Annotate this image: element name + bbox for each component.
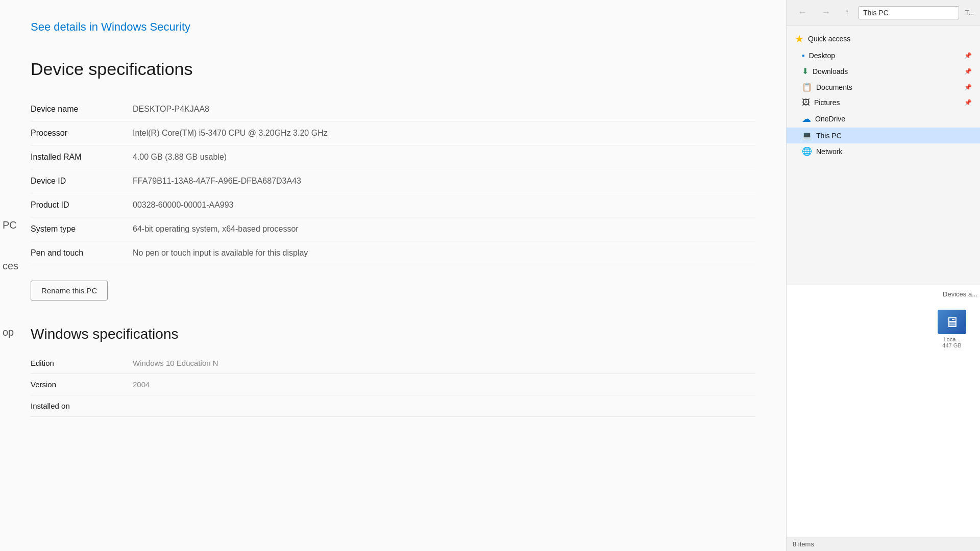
table-row: Processor Intel(R) Core(TM) i5-3470 CPU … xyxy=(31,121,755,145)
nav-tree: ★ Quick access ▪ Desktop 📌 ⬇ Downloads 📌… xyxy=(787,26,980,285)
nav-label-quick-access: Quick access xyxy=(808,35,850,43)
spec-value: Intel(R) Core(TM) i5-3470 CPU @ 3.20GHz … xyxy=(133,121,755,145)
table-row: Version 2004 xyxy=(31,374,755,395)
spec-value: No pen or touch input is available for t… xyxy=(133,241,755,265)
spec-label: Installed RAM xyxy=(31,145,133,169)
nav-item-network[interactable]: 🌐 Network xyxy=(787,143,980,159)
local-disk-size: 447 GB xyxy=(942,342,961,348)
pin-icon: 📌 xyxy=(964,68,972,75)
nav-label-pictures: Pictures xyxy=(814,98,840,107)
nav-label-documents: Documents xyxy=(816,83,852,91)
nav-item-documents[interactable]: 📋 Documents 📌 xyxy=(787,79,980,95)
win-spec-value: Windows 10 Education N xyxy=(133,353,755,374)
nav-icon-onedrive: ☁ xyxy=(802,113,811,124)
pin-icon: 📌 xyxy=(964,84,972,91)
spec-label: Pen and touch xyxy=(31,241,133,265)
table-row: System type 64-bit operating system, x64… xyxy=(31,217,755,241)
address-bar[interactable] xyxy=(859,6,959,19)
table-row: Device name DESKTOP-P4KJAA8 xyxy=(31,97,755,121)
table-row: Edition Windows 10 Education N xyxy=(31,353,755,374)
pin-icon: 📌 xyxy=(964,52,972,59)
win-spec-value: 2004 xyxy=(133,374,755,395)
nav-item-this-pc[interactable]: 💻 This PC xyxy=(787,128,980,143)
win-spec-label: Version xyxy=(31,374,133,395)
nav-label-onedrive: OneDrive xyxy=(815,115,845,123)
nav-item-desktop[interactable]: ▪ Desktop 📌 xyxy=(787,48,980,63)
status-bar: 8 items xyxy=(787,537,980,551)
table-row: Device ID FFA79B11-13A8-4A7F-A96E-DFBA68… xyxy=(31,169,755,193)
spec-label: Device name xyxy=(31,97,133,121)
nav-icon-downloads: ⬇ xyxy=(802,66,808,76)
device-section-title: Device specifications xyxy=(31,59,755,79)
spec-value: FFA79B11-13A8-4A7F-A96E-DFBA687D3A43 xyxy=(133,169,755,193)
windows-section-title: Windows specifications xyxy=(31,326,755,342)
settings-panel: PC ces op See details in Windows Securit… xyxy=(0,0,786,551)
nav-item-downloads[interactable]: ⬇ Downloads 📌 xyxy=(787,63,980,79)
security-link[interactable]: See details in Windows Security xyxy=(31,20,190,34)
sidebar-ces-text: ces xyxy=(3,260,18,272)
nav-item-onedrive[interactable]: ☁ OneDrive xyxy=(787,110,980,128)
pin-icon: 📌 xyxy=(964,99,972,106)
file-explorer-panel: ← → ↑ T... ★ Quick access ▪ Desktop 📌 ⬇ … xyxy=(786,0,980,551)
nav-icon-network: 🌐 xyxy=(802,146,812,156)
windows-spec-table: Edition Windows 10 Education N Version 2… xyxy=(31,353,755,417)
spec-value: 4.00 GB (3.88 GB usable) xyxy=(133,145,755,169)
item-count: 8 items xyxy=(793,540,814,548)
address-suffix: T... xyxy=(965,9,974,16)
nav-item-quick-access[interactable]: ★ Quick access xyxy=(787,30,980,48)
nav-label-network: Network xyxy=(816,147,842,156)
table-row: Installed RAM 4.00 GB (3.88 GB usable) xyxy=(31,145,755,169)
explorer-toolbar: ← → ↑ T... xyxy=(787,0,980,26)
local-disk-label: Loca... xyxy=(943,336,960,342)
spec-value: 64-bit operating system, x64-based proce… xyxy=(133,217,755,241)
forward-button[interactable]: → xyxy=(816,4,836,21)
content-grid: Devices a... 🖥 Loca... 447 GB xyxy=(787,285,980,358)
spec-label: System type xyxy=(31,217,133,241)
nav-label-this-pc: This PC xyxy=(816,132,842,140)
win-spec-value xyxy=(133,395,755,417)
table-row: Installed on xyxy=(31,395,755,417)
win-spec-label: Installed on xyxy=(31,395,133,417)
nav-icon-pictures: 🖼 xyxy=(802,98,810,107)
spec-label: Product ID xyxy=(31,193,133,217)
sidebar-pc-text: PC xyxy=(3,219,17,231)
win-spec-label: Edition xyxy=(31,353,133,374)
back-button[interactable]: ← xyxy=(793,4,812,21)
local-disk-item[interactable]: 🖥 Loca... 447 GB xyxy=(932,306,972,353)
nav-icon-desktop: ▪ xyxy=(802,51,805,60)
spec-value: 00328-60000-00001-AA993 xyxy=(133,193,755,217)
nav-label-downloads: Downloads xyxy=(813,67,848,76)
nav-icon-quick-access: ★ xyxy=(795,33,804,45)
sidebar-op-text: op xyxy=(3,327,14,338)
up-button[interactable]: ↑ xyxy=(840,4,854,21)
spec-label: Device ID xyxy=(31,169,133,193)
nav-label-desktop: Desktop xyxy=(809,52,835,60)
nav-icon-documents: 📋 xyxy=(802,82,812,92)
nav-item-pictures[interactable]: 🖼 Pictures 📌 xyxy=(787,95,980,110)
nav-icon-this-pc: 💻 xyxy=(802,131,812,140)
device-spec-table: Device name DESKTOP-P4KJAA8 Processor In… xyxy=(31,97,755,265)
content-area: Devices a... 🖥 Loca... 447 GB xyxy=(787,285,980,537)
table-row: Product ID 00328-60000-00001-AA993 xyxy=(31,193,755,217)
spec-value: DESKTOP-P4KJAA8 xyxy=(133,97,755,121)
table-row: Pen and touch No pen or touch input is a… xyxy=(31,241,755,265)
devices-section-label: Devices a... xyxy=(943,290,977,298)
rename-pc-button[interactable]: Rename this PC xyxy=(31,281,108,300)
spec-label: Processor xyxy=(31,121,133,145)
local-disk-icon: 🖥 xyxy=(938,310,966,334)
